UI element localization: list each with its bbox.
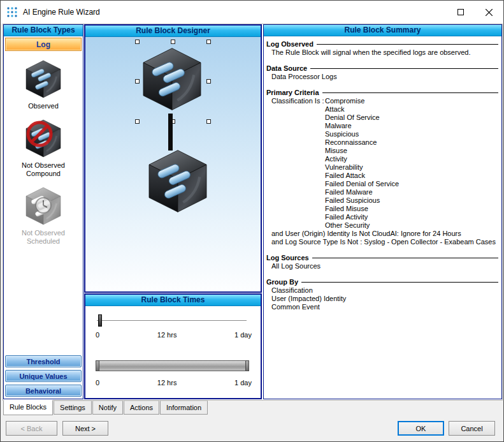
ok-button[interactable]: OK xyxy=(398,421,444,436)
selection-handle[interactable] xyxy=(135,119,140,124)
designer-canvas[interactable] xyxy=(85,37,261,291)
rule-block-types-header: Rule Block Types xyxy=(4,25,83,36)
rule-block-times-panel: Rule Block Times 012 hrs1 day 012 hrs1 d… xyxy=(84,293,262,399)
tab-rule-blocks[interactable]: Rule Blocks xyxy=(3,400,53,415)
selection-handle[interactable] xyxy=(135,40,140,44)
scheduled-cube-icon xyxy=(24,186,62,226)
rule-type-not-observed-scheduled: Not Observed Scheduled xyxy=(4,186,83,246)
close-icon xyxy=(486,9,493,16)
maximize-button[interactable] xyxy=(446,1,475,24)
group-by-value: Common Event xyxy=(271,303,498,311)
rule-block-designer-header: Rule Block Designer xyxy=(85,26,261,37)
log-sources-value: All Log Sources xyxy=(266,262,498,270)
tick-label: 1 day xyxy=(234,379,252,387)
app-icon xyxy=(6,6,18,18)
observed-cube-icon xyxy=(24,59,62,99)
rule-block-times-header: Rule Block Times xyxy=(85,295,261,306)
log-observed-heading: Log Observed xyxy=(266,40,498,48)
classification-value: Attack xyxy=(325,105,399,114)
group-by-heading: Group By xyxy=(266,278,498,286)
classification-criteria: Classification Is : CompromiseAttackDeni… xyxy=(266,97,498,230)
group-by-values: ClassificationUser (Impacted) IdentityCo… xyxy=(266,286,498,311)
tick-label: 0 xyxy=(96,331,99,339)
tick-label: 12 hrs xyxy=(157,379,177,387)
selection-handle[interactable] xyxy=(206,119,211,124)
tab-actions[interactable]: Actions xyxy=(124,401,159,415)
behavioral-category-button[interactable]: Behavioral xyxy=(5,385,82,397)
classification-value: Activity xyxy=(325,155,399,163)
rule-block-designer-panel: Rule Block Designer xyxy=(84,24,262,293)
threshold-category-button[interactable]: Threshold xyxy=(5,355,82,367)
ai-engine-rule-wizard-window: AI Engine Rule Wizard Rule Block Types L… xyxy=(0,0,504,442)
data-source-value: Data Processor Logs xyxy=(266,73,498,81)
classification-value: Denial Of Service xyxy=(325,114,399,122)
selection-handle[interactable] xyxy=(206,79,211,84)
time-slider-track[interactable] xyxy=(97,320,247,321)
prohibition-icon xyxy=(24,119,62,158)
rule-block-summary-header: Rule Block Summary xyxy=(264,25,501,36)
range-right-cap[interactable] xyxy=(245,360,249,371)
unique-values-category-button[interactable]: Unique Values xyxy=(5,370,82,382)
classification-value: Vulnerability xyxy=(325,163,399,172)
rule-block-cube-selected[interactable] xyxy=(140,46,204,112)
summary-content: Log Observed The Rule Block will signal … xyxy=(264,36,501,314)
log-category-button[interactable]: Log xyxy=(5,38,82,51)
primary-criteria-heading: Primary Criteria xyxy=(266,89,498,97)
additional-criteria: and User (Origin) Identity Is Not CloudA… xyxy=(266,230,498,246)
back-button: < Back xyxy=(6,421,57,436)
classification-value: Failed Misuse xyxy=(325,205,399,213)
not-observed-cube-icon xyxy=(24,119,62,158)
scheduled-label: Not Observed Scheduled xyxy=(14,229,73,246)
tab-information[interactable]: Information xyxy=(160,401,208,415)
classification-value: Malware xyxy=(325,122,399,130)
classification-value: Misuse xyxy=(325,147,399,155)
selection-handle[interactable] xyxy=(135,79,140,84)
observed-label: Observed xyxy=(28,102,59,110)
classification-value: Compromise xyxy=(325,97,399,105)
clock-icon xyxy=(24,186,62,226)
maximize-icon xyxy=(457,9,464,15)
range-left-cap[interactable] xyxy=(96,360,99,371)
classification-value: Suspicious xyxy=(325,130,399,138)
next-button[interactable]: Next > xyxy=(62,421,108,436)
tick-label: 1 day xyxy=(234,331,252,339)
log-observed-text: The Rule Block will signal when the spec… xyxy=(266,48,498,57)
close-button[interactable] xyxy=(475,1,503,24)
tick-label: 12 hrs xyxy=(157,331,177,339)
classification-values: CompromiseAttackDenial Of ServiceMalware… xyxy=(325,97,399,230)
classification-value: Failed Suspicious xyxy=(325,196,399,205)
time-range-bar[interactable] xyxy=(96,360,249,371)
rule-block-summary-panel: Rule Block Summary Log Observed The Rule… xyxy=(263,24,502,399)
tab-notify[interactable]: Notify xyxy=(92,401,123,415)
title-bar[interactable]: AI Engine Rule Wizard xyxy=(1,1,503,24)
selection-handle[interactable] xyxy=(171,40,175,44)
classification-value: Failed Attack xyxy=(325,172,399,180)
times-content: 012 hrs1 day 012 hrs1 day xyxy=(85,306,261,398)
time-slider-thumb[interactable] xyxy=(98,314,102,327)
block-connector[interactable] xyxy=(168,114,173,151)
not-observed-label: Not Observed Compound xyxy=(14,161,73,178)
classification-value: Failed Denial of Service xyxy=(325,180,399,188)
rule-type-not-observed-compound[interactable]: Not Observed Compound xyxy=(4,119,83,178)
classification-value: Other Security xyxy=(325,221,399,230)
group-by-value: Classification xyxy=(271,286,498,295)
selection-handle[interactable] xyxy=(206,40,211,44)
cancel-button[interactable]: Cancel xyxy=(449,421,495,436)
rule-block-cube[interactable] xyxy=(146,148,210,214)
data-source-heading: Data Source xyxy=(266,64,498,73)
criteria-line: and User (Origin) Identity Is Not CloudA… xyxy=(271,230,498,238)
classification-label: Classification Is : xyxy=(271,97,325,230)
log-sources-heading: Log Sources xyxy=(266,254,498,262)
tab-settings[interactable]: Settings xyxy=(54,401,92,415)
range-slider-labels: 012 hrs1 day xyxy=(96,379,252,387)
tick-label: 0 xyxy=(96,379,99,387)
group-by-value: User (Impacted) Identity xyxy=(271,295,498,303)
window-controls xyxy=(446,1,503,24)
classification-value: Failed Malware xyxy=(325,188,399,196)
tab-strip: Rule Blocks Settings Notify Actions Info… xyxy=(3,401,208,415)
classification-value: Reconnaissance xyxy=(325,138,399,147)
window-title: AI Engine Rule Wizard xyxy=(23,8,100,17)
rule-type-observed[interactable]: Observed xyxy=(4,59,83,110)
rule-block-types-panel: Rule Block Types Log Observed Not Observ… xyxy=(3,24,83,399)
time-slider-labels: 012 hrs1 day xyxy=(96,331,252,339)
